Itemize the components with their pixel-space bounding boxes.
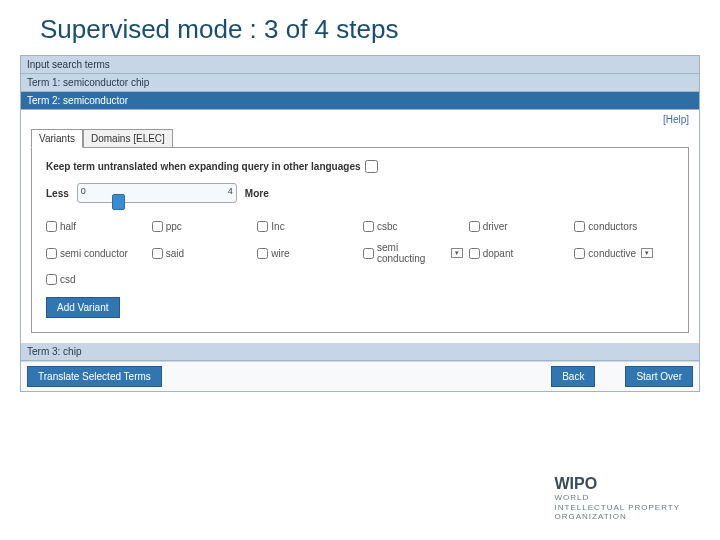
- variant-conductive[interactable]: conductive▾: [574, 242, 674, 264]
- wipo-tagline-2: INTELLECTUAL PROPERTY: [555, 503, 680, 513]
- search-panel: Input search terms Term 1: semiconductor…: [20, 55, 700, 392]
- slider-row: Less 0 4 More: [46, 183, 674, 203]
- chevron-down-icon[interactable]: ▾: [641, 248, 653, 258]
- start-over-button[interactable]: Start Over: [625, 366, 693, 387]
- term-2-header[interactable]: Term 2: semiconductor: [21, 92, 699, 110]
- variant-conductors[interactable]: conductors: [574, 221, 674, 232]
- slider-max: 4: [228, 186, 233, 196]
- variant-slider[interactable]: 0 4: [77, 183, 237, 203]
- translate-selected-terms-button[interactable]: Translate Selected Terms: [27, 366, 162, 387]
- variant-csbc[interactable]: csbc: [363, 221, 463, 232]
- chevron-down-icon[interactable]: ▾: [451, 248, 463, 258]
- tab-domains[interactable]: Domains [ELEC]: [83, 129, 173, 148]
- term-1-header[interactable]: Term 1: semiconductor chip: [21, 74, 699, 92]
- keep-untranslated-label: Keep term untranslated when expanding qu…: [46, 161, 361, 172]
- variant-driver[interactable]: driver: [469, 221, 569, 232]
- variant-half[interactable]: half: [46, 221, 146, 232]
- variant-ppc[interactable]: ppc: [152, 221, 252, 232]
- variants-grid: half ppc Inc csbc driver conductors semi…: [46, 221, 674, 285]
- help-link[interactable]: [Help]: [21, 110, 699, 129]
- keep-untranslated-checkbox[interactable]: [365, 160, 378, 173]
- tabs: Variants Domains [ELEC]: [21, 129, 699, 148]
- slider-more-label: More: [245, 188, 269, 199]
- slider-min: 0: [81, 186, 86, 196]
- keep-untranslated-row: Keep term untranslated when expanding qu…: [46, 160, 674, 173]
- input-search-terms-header: Input search terms: [21, 56, 699, 74]
- variant-csd[interactable]: csd: [46, 274, 146, 285]
- slider-less-label: Less: [46, 188, 69, 199]
- slider-handle[interactable]: [112, 194, 125, 210]
- term-3-header[interactable]: Term 3: chip: [21, 343, 699, 361]
- variant-semi-conducting[interactable]: semi conducting▾: [363, 242, 463, 264]
- variant-wire[interactable]: wire: [257, 242, 357, 264]
- wipo-logo: WIPO WORLD INTELLECTUAL PROPERTY ORGANIZ…: [555, 474, 680, 522]
- variant-inc[interactable]: Inc: [257, 221, 357, 232]
- wipo-tagline-1: WORLD: [555, 493, 680, 503]
- add-variant-button[interactable]: Add Variant: [46, 297, 120, 318]
- variant-said[interactable]: said: [152, 242, 252, 264]
- wipo-tagline-3: ORGANIZATION: [555, 512, 680, 522]
- variant-dopant[interactable]: dopant: [469, 242, 569, 264]
- variants-pane: Keep term untranslated when expanding qu…: [31, 147, 689, 333]
- back-button[interactable]: Back: [551, 366, 595, 387]
- variant-semi-conductor[interactable]: semi conductor: [46, 242, 146, 264]
- action-buttons: Translate Selected Terms Back Start Over: [21, 361, 699, 391]
- slide-title: Supervised mode : 3 of 4 steps: [0, 0, 720, 55]
- tab-variants[interactable]: Variants: [31, 129, 83, 148]
- wipo-brand: WIPO: [555, 474, 680, 493]
